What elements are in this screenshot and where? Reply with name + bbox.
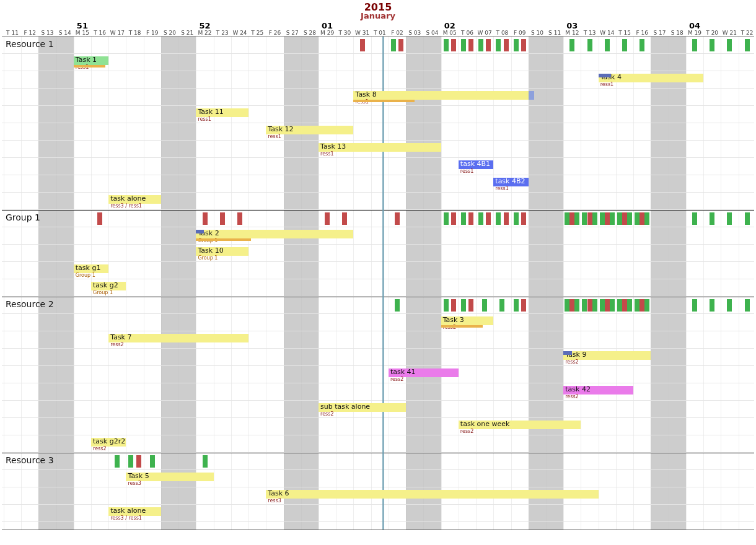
task-bar[interactable]: task 41ress2 — [389, 368, 459, 377]
status-block — [692, 39, 697, 51]
status-block — [587, 39, 592, 51]
status-block — [478, 39, 483, 51]
task-assignee: ress1 — [600, 82, 613, 87]
day-label: F 12 — [24, 30, 36, 36]
task-name: Task 10 — [198, 246, 223, 255]
task-bar[interactable]: task 4B1ress1 — [459, 160, 493, 169]
status-block — [391, 39, 396, 51]
task-bar[interactable]: task 4B2ress1 — [493, 178, 528, 186]
status-block — [496, 39, 501, 51]
resource-label: Resource 1 — [6, 39, 54, 49]
week-label: 04 — [689, 21, 700, 30]
task-bar[interactable]: task g2r2ress2 — [91, 438, 126, 447]
status-block — [574, 299, 579, 312]
task-name: Task 1 — [76, 56, 97, 64]
status-block — [692, 212, 697, 225]
status-block — [514, 39, 519, 51]
task-assignee: ress1 — [198, 116, 211, 122]
task-name: task g2 — [93, 281, 118, 289]
day-label: S 04 — [426, 30, 439, 36]
status-block — [360, 39, 365, 51]
status-block — [203, 212, 208, 225]
grid-row — [2, 158, 754, 175]
status-block — [574, 212, 579, 225]
task-name: Task 3 — [443, 316, 464, 324]
task-bar[interactable]: Task 12ress1 — [266, 126, 353, 134]
task-bar[interactable]: Task 3ress2 — [441, 316, 494, 325]
status-block — [727, 212, 732, 225]
task-name: task 4B1 — [460, 160, 490, 168]
month-title: January — [2, 11, 754, 20]
task-bar[interactable]: Task 6ress3 — [266, 490, 598, 499]
task-bar[interactable]: Task 8ress1 — [353, 91, 528, 100]
day-label: S 13 — [41, 30, 53, 36]
task-bar[interactable]: task g2Group 1 — [91, 282, 126, 290]
status-block — [461, 299, 466, 312]
day-label: T 11 — [6, 30, 19, 36]
task-bar[interactable]: task 42ress2 — [563, 386, 633, 395]
day-label: T 18 — [129, 30, 141, 36]
status-block — [97, 212, 102, 225]
day-label: W 21 — [723, 30, 737, 36]
day-label: T 13 — [584, 30, 596, 36]
resource-label: Resource 2 — [6, 299, 54, 309]
task-bar[interactable]: Task 11ress1 — [196, 108, 248, 117]
status-block — [617, 299, 622, 312]
task-bar[interactable]: Task 7ress2 — [108, 334, 248, 342]
status-block — [565, 299, 569, 312]
status-block — [150, 455, 155, 468]
status-block — [496, 212, 501, 225]
status-block — [627, 212, 632, 225]
task-name: task g1 — [76, 264, 101, 272]
task-bar[interactable]: Task 5ress3 — [126, 473, 213, 481]
task-name: task alone — [110, 507, 146, 515]
task-assignee: ress3 / ress1 — [110, 515, 142, 521]
progress-bar — [353, 100, 415, 102]
day-label: F 16 — [636, 30, 649, 36]
status-block — [486, 39, 491, 51]
task-name: task g2r2 — [93, 437, 125, 445]
status-block — [565, 212, 569, 225]
status-block — [342, 212, 347, 225]
leading-marker — [196, 230, 204, 233]
status-block — [468, 39, 473, 51]
status-block — [605, 299, 610, 312]
day-label: S 03 — [408, 30, 421, 36]
task-bar[interactable]: Task 10Group 1 — [196, 247, 248, 256]
task-name: Task 11 — [198, 108, 223, 116]
status-block — [504, 39, 509, 51]
task-name: task 41 — [390, 368, 416, 376]
task-bar[interactable]: task g1Group 1 — [74, 264, 108, 273]
task-bar[interactable]: task aloneress3 / ress1 — [108, 507, 161, 516]
day-label: T 22 — [741, 30, 754, 36]
task-bar[interactable]: task aloneress3 / ress1 — [108, 195, 161, 204]
task-bar[interactable]: Task 13ress1 — [319, 143, 441, 152]
task-assignee: ress3 / ress1 — [110, 203, 142, 209]
grid-row — [2, 175, 754, 193]
task-bar[interactable]: Task 9ress2 — [563, 351, 651, 360]
task-bar[interactable]: task one weekress2 — [459, 421, 581, 429]
task-bar[interactable]: sub task aloneress2 — [319, 403, 406, 412]
resource-label: Group 1 — [6, 212, 40, 222]
week-label: 52 — [199, 21, 210, 30]
leading-marker — [599, 74, 611, 77]
resource-label: Resource 3 — [6, 455, 54, 465]
status-block — [582, 299, 587, 312]
grid-row — [2, 418, 754, 435]
day-label: F 09 — [514, 30, 526, 36]
task-bar[interactable]: Task 1ress1 — [74, 56, 108, 65]
day-label: T 25 — [251, 30, 263, 36]
task-name: sub task alone — [320, 403, 370, 411]
status-block — [461, 39, 466, 51]
status-block — [514, 212, 519, 225]
task-name: Task 6 — [268, 489, 289, 497]
task-bar[interactable]: Task 4ress1 — [599, 74, 703, 82]
task-name: Task 7 — [110, 333, 131, 341]
status-block — [499, 299, 504, 312]
task-assignee: Group 1 — [76, 272, 95, 278]
task-bar[interactable]: Task 2Group 1 — [196, 230, 353, 238]
status-block — [395, 212, 400, 225]
section-divider — [2, 210, 754, 211]
status-block — [644, 212, 649, 225]
status-block — [486, 212, 491, 225]
